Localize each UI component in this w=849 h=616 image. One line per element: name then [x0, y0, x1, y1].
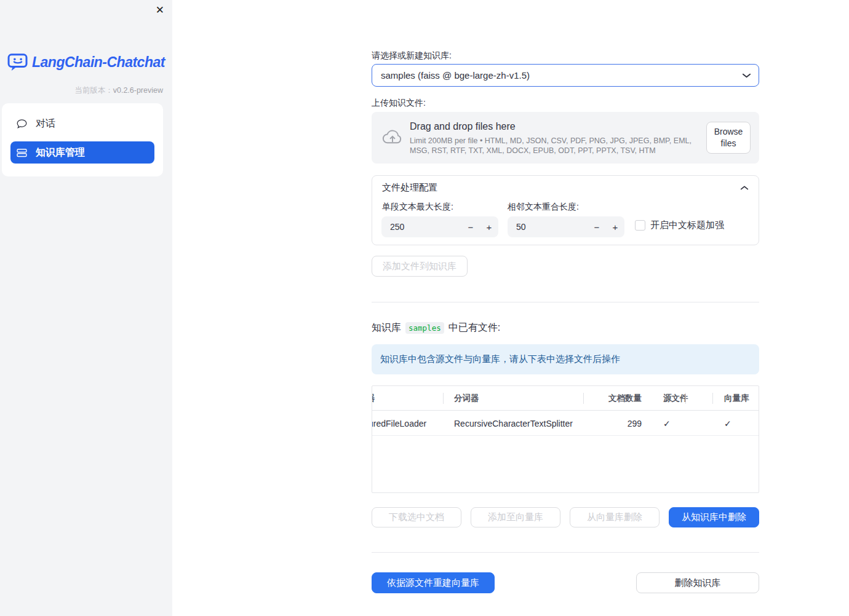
sidebar-item-knowledge-base[interactable]: 知识库管理	[10, 141, 154, 164]
chunk-plus-button[interactable]: +	[480, 222, 498, 232]
sidebar-menu: 对话 知识库管理	[2, 103, 163, 176]
dropzone-texts: Drag and drop files here Limit 200MB per…	[410, 121, 704, 156]
database-stack-icon	[17, 148, 27, 158]
zh-title-enhance-checkbox[interactable]: 开启中文标题加强	[635, 219, 724, 231]
chunk-size-value: 250	[390, 222, 461, 232]
logo-smiley-chat-icon	[7, 53, 28, 71]
download-selected-button[interactable]: 下载选中文档	[372, 507, 461, 527]
add-files-to-kb-button[interactable]: 添加文件到知识库	[372, 256, 468, 277]
dropzone-title: Drag and drop files here	[410, 121, 704, 132]
logo-text: LangChain-Chatchat	[32, 54, 165, 71]
delete-kb-button[interactable]: 删除知识库	[636, 572, 759, 593]
sidebar-item-dialogue[interactable]: 对话	[10, 112, 154, 135]
add-to-vector-store-button[interactable]: 添加至向量库	[471, 507, 560, 527]
kb-select-label: 请选择或新建知识库:	[372, 50, 452, 61]
kb-files-prefix: 知识库	[372, 322, 401, 334]
kb-files-suffix: 中已有文件:	[448, 322, 500, 334]
sidebar-item-label: 知识库管理	[36, 146, 85, 159]
sidebar-item-label: 对话	[36, 117, 55, 130]
divider	[372, 552, 759, 553]
main-content: 请选择或新建知识库: samples (faiss @ bge-large-zh…	[372, 0, 759, 616]
sidebar-close-icon[interactable]: ✕	[156, 4, 164, 17]
col-doc-count-header: 文档数量	[580, 386, 642, 411]
overlap-minus-button[interactable]: −	[588, 222, 606, 232]
kb-files-heading: 知识库 samples 中已有文件:	[372, 322, 500, 334]
kb-name-chip: samples	[405, 322, 444, 334]
cell-splitter: RecursiveCharacterTextSplitter	[454, 411, 577, 436]
cell-source-file-check: ✓	[663, 411, 706, 436]
checkbox-box[interactable]	[635, 220, 645, 231]
dropzone-hint: Limit 200MB per file • HTML, MD, JSON, C…	[410, 136, 704, 156]
col-loader-header: 器	[372, 386, 442, 411]
file-dropzone[interactable]: Drag and drop files here Limit 200MB per…	[372, 112, 759, 164]
version-text: 当前版本：v0.2.6-preview	[74, 85, 163, 96]
cell-loader: uredFileLoader	[372, 411, 442, 436]
chunk-size-label: 单段文本最大长度:	[382, 202, 453, 213]
col-vector-store-header: 向量库	[724, 386, 759, 411]
table-header-row: 器 分词器 文档数量 源文件 向量库	[372, 386, 759, 411]
app-window: ✕ LangChain-Chatchat 当前版本：v0.2.6-preview	[0, 0, 849, 616]
cell-doc-count: 299	[580, 411, 642, 436]
chunk-minus-button[interactable]: −	[461, 222, 480, 232]
upload-label: 上传知识文件:	[372, 98, 426, 109]
kb-files-table: 器 分词器 文档数量 源文件 向量库 uredFileLoader Recurs…	[372, 385, 759, 493]
chat-bubble-icon	[17, 119, 27, 129]
kb-selectbox[interactable]: samples (faiss @ bge-large-zh-v1.5)	[372, 64, 759, 87]
cloud-upload-icon	[382, 128, 403, 146]
info-text: 知识库中包含源文件与向量库，请从下表中选择文件后操作	[380, 353, 620, 365]
col-source-file-header: 源文件	[663, 386, 706, 411]
version-label: 当前版本：	[74, 86, 113, 95]
chevron-down-icon	[742, 73, 751, 79]
version-value: v0.2.6-preview	[113, 86, 163, 95]
sidebar: ✕ LangChain-Chatchat 当前版本：v0.2.6-preview	[0, 0, 172, 616]
kb-selectbox-value: samples (faiss @ bge-large-zh-v1.5)	[381, 70, 742, 81]
app-logo: LangChain-Chatchat	[7, 53, 165, 71]
chevron-up-icon	[740, 185, 749, 191]
table-row[interactable]: uredFileLoader RecursiveCharacterTextSpl…	[372, 411, 759, 436]
overlap-size-input[interactable]: 50 − +	[508, 216, 624, 237]
cell-vector-store-check: ✓	[724, 411, 759, 436]
delete-from-kb-button[interactable]: 从知识库中删除	[669, 507, 759, 527]
col-splitter-header: 分词器	[454, 386, 577, 411]
chunk-size-input[interactable]: 250 − +	[381, 216, 498, 237]
expander-header[interactable]: 文件处理配置	[372, 176, 759, 199]
overlap-plus-button[interactable]: +	[606, 222, 624, 232]
expander-title: 文件处理配置	[382, 182, 740, 194]
browse-files-button[interactable]: Browse files	[706, 122, 751, 154]
overlap-size-value: 50	[516, 222, 588, 232]
overlap-size-label: 相邻文本重合长度:	[508, 202, 579, 213]
divider	[372, 302, 759, 302]
checkbox-label: 开启中文标题加强	[650, 219, 724, 231]
file-config-expander: 文件处理配置 单段文本最大长度: 相邻文本重合长度: 250 − + 50 − …	[372, 175, 759, 245]
delete-from-vector-store-button[interactable]: 从向量库删除	[570, 507, 660, 527]
info-banner: 知识库中包含源文件与向量库，请从下表中选择文件后操作	[372, 344, 759, 374]
rebuild-vector-store-button[interactable]: 依据源文件重建向量库	[372, 572, 495, 593]
